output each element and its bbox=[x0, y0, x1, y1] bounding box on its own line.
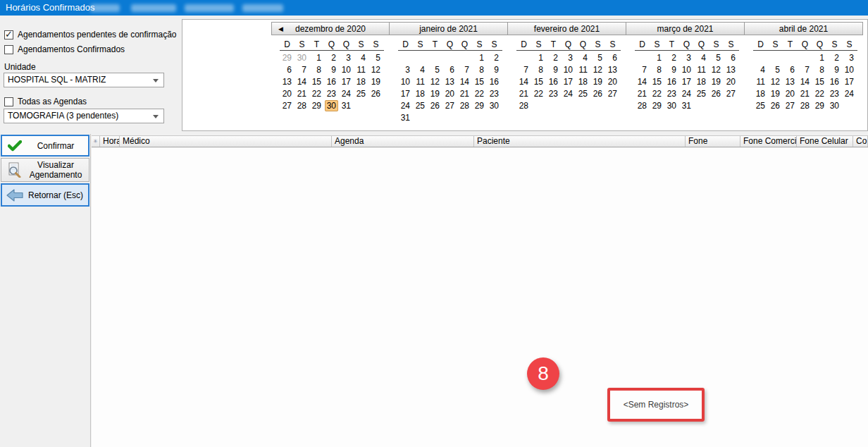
calendar-day[interactable]: 1 bbox=[309, 52, 324, 64]
calendar-day[interactable]: 6 bbox=[605, 52, 620, 64]
calendar-day[interactable]: 7 bbox=[457, 64, 472, 76]
calendar-day[interactable]: 9 bbox=[324, 64, 339, 76]
calendar-day[interactable]: 10 bbox=[339, 64, 354, 76]
calendar-day[interactable]: 24 bbox=[679, 88, 694, 100]
confirmed-checkbox[interactable] bbox=[4, 45, 13, 54]
calendar-day[interactable]: 2 bbox=[827, 52, 842, 64]
calendar-day[interactable]: 27 bbox=[724, 88, 738, 100]
calendar-day[interactable]: 4 bbox=[753, 64, 768, 76]
all-agendas-checkbox[interactable] bbox=[4, 97, 13, 106]
calendar-day[interactable]: 31 bbox=[339, 100, 354, 112]
calendar-day[interactable]: 19 bbox=[428, 88, 442, 100]
calendar-day[interactable]: 16 bbox=[664, 76, 679, 88]
calendar-day[interactable]: 14 bbox=[635, 76, 650, 88]
calendar-day[interactable]: 10 bbox=[561, 64, 576, 76]
calendar-day[interactable]: 10 bbox=[398, 76, 413, 88]
calendar-day[interactable]: 3 bbox=[561, 52, 576, 64]
calendar-day[interactable]: 20 bbox=[783, 88, 798, 100]
calendar-day[interactable]: 15 bbox=[650, 76, 664, 88]
calendar-day[interactable]: 26 bbox=[768, 100, 783, 112]
calendar-day[interactable]: 21 bbox=[457, 88, 472, 100]
calendar-day[interactable]: 14 bbox=[294, 76, 309, 88]
calendar-day[interactable]: 7 bbox=[294, 64, 309, 76]
calendar-day[interactable]: 25 bbox=[354, 88, 368, 100]
calendar-month-header[interactable]: ◀dezembro de 2020 bbox=[271, 22, 390, 35]
column-header-paciente[interactable]: Paciente bbox=[474, 136, 686, 147]
calendar-day[interactable]: 17 bbox=[842, 76, 857, 88]
calendar-day[interactable]: 25 bbox=[413, 100, 428, 112]
calendar-day[interactable]: 20 bbox=[442, 88, 457, 100]
calendar-day-selected[interactable]: 30 bbox=[325, 100, 338, 111]
unit-dropdown[interactable]: HOSPITAL SQL - MATRIZ bbox=[4, 73, 164, 87]
calendar-day[interactable]: 3 bbox=[842, 52, 857, 64]
column-header-fone-celular[interactable]: Fone Celular bbox=[797, 136, 853, 147]
calendar-day[interactable]: 10 bbox=[842, 64, 857, 76]
calendar-day[interactable]: 5 bbox=[368, 52, 383, 64]
calendar-day[interactable]: 16 bbox=[827, 76, 842, 88]
calendar-day[interactable]: 11 bbox=[413, 76, 428, 88]
calendar-month-header[interactable]: março de 2021 bbox=[626, 22, 745, 35]
calendar-day[interactable]: 23 bbox=[664, 88, 679, 100]
checkbox-all-agendas-row[interactable]: Todas as Agendas bbox=[4, 97, 87, 106]
calendar-day[interactable]: 13 bbox=[605, 64, 620, 76]
calendar-day[interactable]: 12 bbox=[768, 76, 783, 88]
calendar-day[interactable]: 14 bbox=[457, 76, 472, 88]
calendar-day[interactable]: 8 bbox=[812, 64, 827, 76]
agenda-dropdown[interactable]: TOMOGRAFIA (3 pendentes) bbox=[4, 109, 164, 123]
calendar-day[interactable]: 29 bbox=[650, 100, 664, 112]
calendar-day[interactable]: 7 bbox=[798, 64, 812, 76]
calendar-day[interactable]: 28 bbox=[798, 100, 812, 112]
calendar-month-header[interactable]: fevereiro de 2021 bbox=[508, 22, 626, 35]
calendar-day[interactable]: 8 bbox=[650, 64, 664, 76]
calendar-day[interactable]: 15 bbox=[531, 76, 546, 88]
calendar-day[interactable]: 2 bbox=[487, 52, 502, 64]
calendar-day[interactable]: 28 bbox=[635, 100, 650, 112]
calendar-day[interactable]: 28 bbox=[516, 100, 531, 112]
calendar-day[interactable]: 3 bbox=[398, 64, 413, 76]
calendar-day[interactable]: 19 bbox=[368, 76, 383, 88]
calendar-day[interactable]: 27 bbox=[783, 100, 798, 112]
calendar-day[interactable]: 28 bbox=[294, 100, 309, 112]
calendar-day[interactable]: 15 bbox=[812, 76, 827, 88]
calendar-day[interactable]: 16 bbox=[546, 76, 561, 88]
calendar-day[interactable]: 8 bbox=[309, 64, 324, 76]
calendar-day[interactable]: 11 bbox=[753, 76, 768, 88]
calendar-day[interactable]: 11 bbox=[354, 64, 368, 76]
calendar-day[interactable]: 15 bbox=[309, 76, 324, 88]
calendar-day[interactable]: 18 bbox=[413, 88, 428, 100]
calendar-day[interactable]: 4 bbox=[576, 52, 590, 64]
calendar-day[interactable]: 24 bbox=[842, 88, 857, 100]
calendar-day[interactable]: 26 bbox=[428, 100, 442, 112]
calendar-day[interactable]: 14 bbox=[798, 76, 812, 88]
pending-checkbox[interactable] bbox=[4, 30, 13, 39]
calendar-day[interactable]: 8 bbox=[472, 64, 487, 76]
calendar-day[interactable]: 12 bbox=[368, 64, 383, 76]
calendar-day[interactable]: 30 bbox=[664, 100, 679, 112]
calendar-day[interactable]: 17 bbox=[398, 88, 413, 100]
calendar-day[interactable]: 22 bbox=[309, 88, 324, 100]
calendar-day[interactable]: 15 bbox=[472, 76, 487, 88]
calendar-day[interactable]: 13 bbox=[442, 76, 457, 88]
calendar-day[interactable]: 6 bbox=[783, 64, 798, 76]
calendar-day[interactable]: 6 bbox=[724, 52, 738, 64]
appointments-table-body[interactable] bbox=[92, 148, 868, 447]
calendar-day[interactable]: 2 bbox=[324, 52, 339, 64]
calendar-day[interactable]: 29 bbox=[812, 100, 827, 112]
calendar-day[interactable]: 31 bbox=[398, 112, 413, 124]
calendar-day[interactable]: 16 bbox=[324, 76, 339, 88]
calendar-day[interactable]: 1 bbox=[531, 52, 546, 64]
calendar-day[interactable]: 13 bbox=[280, 76, 294, 88]
checkbox-confirmed-row[interactable]: Agendamentos Confirmados bbox=[4, 44, 125, 54]
calendar-day[interactable]: 7 bbox=[635, 64, 650, 76]
calendar-day[interactable]: 27 bbox=[605, 88, 620, 100]
calendar-day[interactable]: 24 bbox=[561, 88, 576, 100]
calendar-day[interactable]: 9 bbox=[546, 64, 561, 76]
calendar-day[interactable]: 26 bbox=[590, 88, 605, 100]
column-header-agenda[interactable]: Agenda bbox=[332, 136, 474, 147]
calendar-day[interactable]: 18 bbox=[354, 76, 368, 88]
column-header-fone-comercia[interactable]: Fone Comercia bbox=[740, 136, 797, 147]
calendar-day[interactable]: 25 bbox=[576, 88, 590, 100]
checkbox-pending-row[interactable]: Agendamentos pendentes de confirmação bbox=[4, 30, 177, 39]
calendar-day[interactable]: 14 bbox=[516, 76, 531, 88]
calendar-day[interactable]: 22 bbox=[472, 88, 487, 100]
